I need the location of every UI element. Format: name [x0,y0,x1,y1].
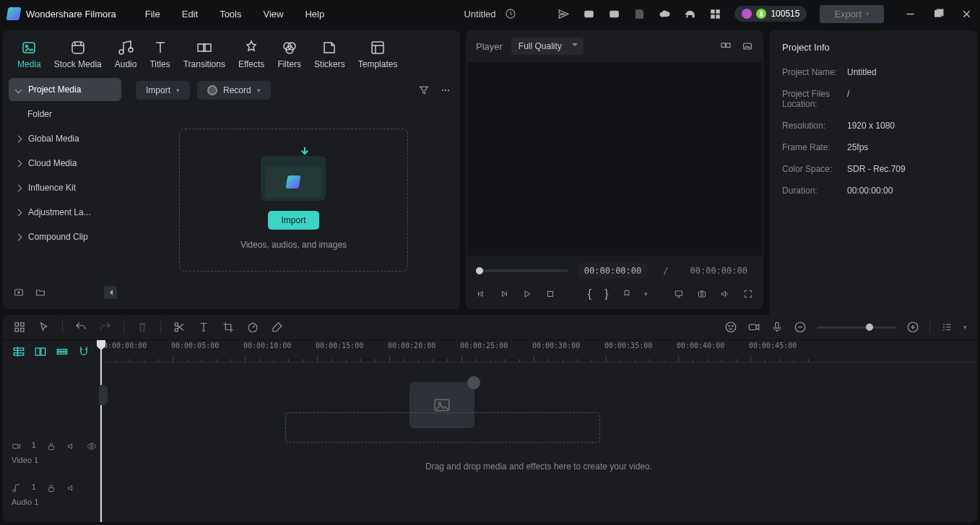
import-dropdown[interactable]: Import▾ [136,81,190,100]
add-clip-icon[interactable]: + [467,376,480,389]
layout1-icon[interactable] [583,8,595,20]
filter-icon[interactable] [418,84,430,96]
record-camera-icon[interactable] [747,321,760,334]
display-icon[interactable] [674,287,684,300]
zoom-out-icon[interactable] [794,321,807,334]
audio-track-icon[interactable] [12,483,22,493]
volume-icon[interactable] [720,287,730,300]
sidebar-folder[interactable]: Folder [9,103,121,126]
playback-quality-select[interactable]: Full Quality [511,38,584,55]
credits-pill[interactable]: ⬇ 100515 [734,6,807,22]
text-tool-icon[interactable] [197,321,210,334]
crop-icon[interactable] [222,321,235,334]
info-key: Frame Rate: [782,142,847,152]
marker-dropdown-icon[interactable] [622,287,632,300]
cloud-icon[interactable] [659,8,671,20]
mark-in-icon[interactable]: { [588,287,591,300]
menu-edit[interactable]: Edit [182,9,198,19]
headphones-icon[interactable] [684,8,696,20]
sync-status-icon[interactable] [505,8,516,19]
current-timecode[interactable]: 00:00:00:00 [578,263,647,279]
tl-pointer-icon[interactable] [38,321,51,334]
timeline-options-icon[interactable] [940,321,953,334]
export-button[interactable]: Export ▾ [820,5,884,23]
play-icon[interactable] [522,287,532,300]
lock-icon[interactable] [46,483,56,493]
tab-titles[interactable]: Titles [149,39,170,69]
window-maximize-icon[interactable] [932,8,945,20]
video-track-icon[interactable] [12,441,22,451]
svg-rect-31 [15,329,19,332]
sidebar-compound-clip[interactable]: Compound Clip [9,225,121,248]
lock-icon[interactable] [46,441,56,451]
sidebar-adjustment-layer[interactable]: Adjustment La... [9,201,121,224]
mute-icon[interactable] [66,441,77,451]
tab-transitions[interactable]: Transitions [183,39,225,69]
track-mode-3-icon[interactable] [55,344,69,359]
sidebar-global-media[interactable]: Global Media [9,127,121,150]
snapshot-view-icon[interactable] [742,40,753,52]
menu-file[interactable]: File [145,9,160,19]
svg-rect-46 [41,348,45,355]
mute-icon[interactable] [66,483,77,493]
next-frame-icon[interactable] [499,287,509,300]
project-info-title: Project Info [782,42,964,53]
sidebar-collapse-icon[interactable] [104,286,117,299]
layout2-icon[interactable] [608,8,620,20]
tab-media[interactable]: Media [17,39,41,69]
stop-icon[interactable] [545,287,555,300]
apps-grid-icon[interactable] [709,8,721,20]
mark-out-icon[interactable]: } [604,287,608,300]
track-mode-1-icon[interactable] [12,344,26,359]
tl-tool-select-icon[interactable] [13,321,26,334]
tab-audio[interactable]: Audio [115,39,137,69]
sidebar-project-media[interactable]: Project Media [9,78,121,101]
new-bin-icon[interactable] [13,287,25,298]
zoom-slider[interactable] [817,326,896,329]
player-viewport[interactable] [467,62,762,256]
track-collapse-tab[interactable] [99,385,108,405]
tab-filters[interactable]: Filters [277,39,301,69]
import-dropzone[interactable]: Import Videos, audios, and images [179,129,408,272]
ai-face-icon[interactable] [724,321,737,334]
speed-icon[interactable] [246,321,259,334]
send-icon[interactable] [558,8,570,20]
magnet-icon[interactable] [77,344,91,359]
sidebar-cloud-media[interactable]: Cloud Media [9,152,121,175]
tab-stock-media[interactable]: Stock Media [54,39,102,69]
new-folder-icon[interactable] [35,287,46,298]
color-icon[interactable] [271,321,284,334]
menu-view[interactable]: View [263,9,283,19]
window-close-icon[interactable] [961,8,973,20]
import-button[interactable]: Import [268,211,318,230]
timeline-tracks[interactable]: 00:00:00:0000:00:05:0000:00:10:0000:00:1… [100,340,977,522]
sidebar-influence-kit[interactable]: Influence Kit [9,176,121,199]
track-mode-2-icon[interactable] [33,344,48,359]
window-minimize-icon[interactable] [904,8,916,20]
split-icon[interactable] [173,321,186,334]
delete-icon[interactable] [136,321,149,334]
timeline-dropzone[interactable] [285,412,600,443]
svg-rect-6 [711,14,714,17]
undo-icon[interactable] [74,321,87,334]
redo-icon[interactable] [99,321,112,334]
compare-view-icon[interactable] [720,40,732,52]
visibility-icon[interactable] [87,441,97,451]
record-dropdown[interactable]: Record▾ [197,81,271,100]
voiceover-mic-icon[interactable] [771,321,784,334]
zoom-in-icon[interactable] [906,321,919,334]
camera-snapshot-icon[interactable] [697,287,707,300]
timeline-ruler[interactable]: 00:00:00:0000:00:05:0000:00:10:0000:00:1… [100,340,977,363]
more-menu-icon[interactable] [440,84,451,96]
fullscreen-icon[interactable] [743,287,753,300]
seek-slider[interactable] [476,269,568,272]
total-timecode: 00:00:00:00 [685,263,753,279]
tab-templates[interactable]: Templates [358,39,398,69]
menu-help[interactable]: Help [305,9,324,19]
playhead[interactable] [100,340,102,522]
tab-stickers[interactable]: Stickers [314,39,345,69]
menu-tools[interactable]: Tools [220,9,241,19]
tab-effects[interactable]: Effects [238,39,264,69]
save-icon[interactable] [633,8,646,20]
prev-frame-icon[interactable] [476,287,486,300]
